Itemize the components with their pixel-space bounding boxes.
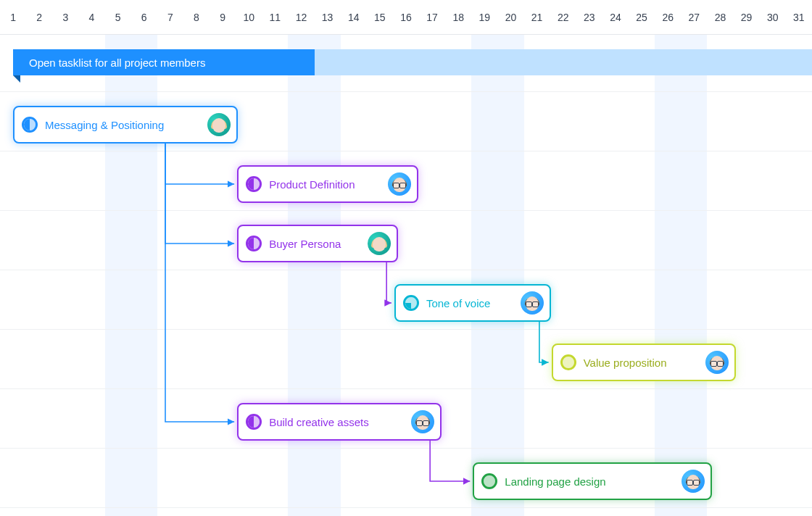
row-divider	[0, 388, 812, 389]
banner-flag-icon	[13, 75, 20, 83]
task-messaging[interactable]: Messaging & Positioning	[13, 106, 238, 143]
weekend-band	[471, 35, 523, 516]
progress-ring-icon	[403, 295, 419, 311]
day-header-cell: 17	[419, 12, 445, 23]
task-tone[interactable]: Tone of voice	[394, 284, 551, 322]
day-header-cell: 14	[341, 12, 367, 23]
day-header-cell: 23	[576, 12, 602, 23]
day-header-cell: 16	[393, 12, 419, 23]
assignee-avatar	[368, 232, 391, 255]
connector-persona-tone	[386, 262, 392, 303]
progress-ring-icon	[246, 236, 262, 251]
day-header-cell: 31	[786, 12, 812, 23]
task-landing[interactable]: Landing page design	[473, 462, 712, 500]
assignee-avatar	[705, 351, 729, 374]
task-label: Messaging & Positioning	[45, 119, 200, 131]
connector-creative-landing	[430, 441, 470, 481]
day-header-cell: 28	[707, 12, 733, 23]
assignee-avatar	[207, 113, 231, 136]
progress-ring-icon	[22, 117, 38, 133]
task-label: Landing page design	[505, 475, 674, 488]
row-divider	[0, 210, 812, 211]
progress-ring-icon	[481, 473, 497, 489]
row-divider	[0, 270, 812, 270]
day-header-cell: 15	[367, 12, 393, 23]
progress-ring-icon	[246, 414, 262, 430]
progress-ring-icon	[560, 354, 576, 370]
assignee-avatar	[411, 410, 434, 433]
row-divider	[0, 151, 812, 151]
day-header-cell: 8	[183, 12, 210, 23]
day-header-cell: 5	[105, 12, 131, 23]
day-header-cell: 27	[681, 12, 707, 23]
day-header-cell: 30	[760, 12, 786, 23]
day-header-cell: 9	[210, 12, 236, 23]
assignee-avatar	[388, 172, 411, 196]
connector-messaging-proddef	[165, 143, 234, 184]
day-header-cell: 22	[550, 12, 576, 23]
day-header-cell: 10	[236, 12, 262, 23]
task-persona[interactable]: Buyer Persona	[237, 225, 398, 262]
day-header-cell: 13	[315, 12, 341, 23]
day-header-cell: 4	[78, 12, 104, 23]
connector-tone-valueprop	[539, 322, 549, 362]
task-label: Build creative assets	[269, 416, 404, 428]
connector-messaging-creative	[165, 143, 234, 422]
weekend-band	[288, 35, 340, 516]
banner-head: Open tasklist for all project members	[13, 49, 315, 75]
day-header-cell: 24	[602, 12, 629, 23]
assignee-avatar	[682, 470, 705, 493]
task-label: Product Definition	[269, 178, 381, 191]
day-header-cell: 26	[655, 12, 681, 23]
day-header-cell: 3	[52, 12, 78, 23]
row-divider	[0, 448, 812, 449]
task-label: Value proposition	[584, 357, 698, 369]
row-divider	[0, 329, 812, 330]
day-header-cell: 20	[497, 12, 523, 23]
connector-messaging-persona	[165, 143, 234, 244]
weekend-band	[655, 35, 707, 516]
row-divider	[0, 91, 812, 92]
day-header-cell: 6	[131, 12, 157, 23]
task-creative[interactable]: Build creative assets	[237, 403, 442, 441]
day-header-cell: 7	[157, 12, 183, 23]
day-header-cell: 2	[26, 12, 52, 23]
day-header-cell: 18	[445, 12, 471, 23]
banner-label: Open tasklist for all project members	[29, 57, 205, 69]
day-header-cell: 11	[262, 12, 288, 23]
day-header-cell: 25	[629, 12, 655, 23]
day-header-cell: 29	[734, 12, 760, 23]
task-label: Tone of voice	[426, 297, 513, 309]
day-header-cell: 19	[471, 12, 497, 23]
assignee-avatar	[521, 291, 544, 315]
day-header-cell: 12	[288, 12, 314, 23]
row-divider	[0, 507, 812, 508]
day-header-cell: 1	[0, 12, 26, 23]
tasklist-banner[interactable]: Open tasklist for all project members	[13, 49, 812, 75]
timeline-header: 1234567891011121314151617181920212223242…	[0, 0, 812, 35]
task-valueprop[interactable]: Value proposition	[552, 344, 736, 381]
task-proddef[interactable]: Product Definition	[237, 165, 418, 203]
day-header-cell: 21	[524, 12, 550, 23]
progress-ring-icon	[246, 176, 262, 192]
gantt-chart: 1234567891011121314151617181920212223242…	[0, 0, 812, 516]
task-label: Buyer Persona	[269, 238, 360, 250]
